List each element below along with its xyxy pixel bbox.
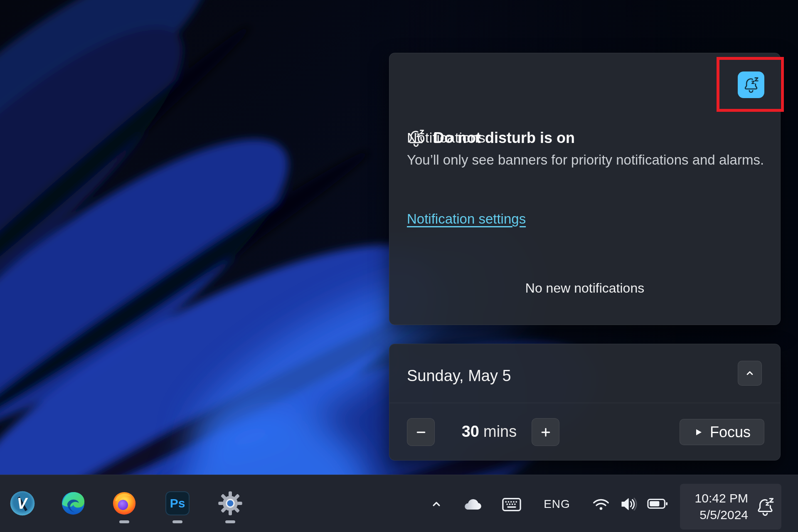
- gear-icon: [217, 490, 244, 517]
- tray-onedrive-button[interactable]: [462, 496, 485, 512]
- taskbar-app-edge[interactable]: [60, 490, 86, 517]
- running-indicator: [172, 520, 182, 523]
- desktop: Notifications Do not disturb is on You’l…: [0, 0, 798, 532]
- clock-date: 5/5/2024: [699, 508, 748, 522]
- no-new-notifications-text: No new notifications: [389, 281, 780, 296]
- chevron-up-icon: [744, 368, 755, 379]
- svg-text:V: V: [17, 495, 28, 512]
- tray-touch-keyboard-button[interactable]: [501, 497, 522, 512]
- play-icon: [693, 427, 703, 437]
- volume-icon: [619, 495, 638, 514]
- tray-volume-button[interactable]: [618, 494, 638, 514]
- focus-button-label: Focus: [710, 424, 751, 441]
- dnd-status-description: You’ll only see banners for priority not…: [407, 149, 774, 171]
- focus-duration-unit: mins: [483, 423, 517, 440]
- photoshop-icon: Ps: [165, 491, 190, 515]
- edge-icon: [60, 490, 86, 516]
- taskbar-app-photoshop[interactable]: Ps: [164, 490, 191, 517]
- taskbar-clock-button[interactable]: 10:42 PM 5/5/2024: [680, 484, 781, 530]
- focus-decrease-button[interactable]: [407, 418, 435, 446]
- tray-battery-button[interactable]: [647, 497, 668, 511]
- onedrive-cloud-icon: [462, 497, 485, 512]
- minus-icon: [415, 426, 427, 438]
- calendar-collapse-button[interactable]: [738, 361, 762, 386]
- taskbar-app-firefox[interactable]: [111, 490, 138, 517]
- plus-icon: [539, 426, 552, 438]
- tray-language-button[interactable]: ENG: [539, 495, 575, 513]
- language-label: ENG: [544, 498, 570, 511]
- battery-icon: [647, 498, 668, 510]
- firefox-icon: [111, 490, 137, 516]
- clock-text: 10:42 PM 5/5/2024: [695, 490, 748, 523]
- taskbar: V: [0, 475, 798, 532]
- running-indicator: [225, 520, 235, 523]
- tray-wifi-button[interactable]: [591, 494, 611, 514]
- focus-increase-button[interactable]: [532, 418, 559, 446]
- tray-show-hidden-icons-button[interactable]: [427, 495, 446, 513]
- chevron-up-icon: [430, 498, 443, 510]
- clock-time: 10:42 PM: [695, 491, 748, 505]
- notification-settings-link[interactable]: Notification settings: [407, 211, 526, 227]
- focus-start-button[interactable]: Focus: [680, 419, 764, 445]
- running-indicator: [119, 520, 129, 523]
- calendar-flyout-panel: Sunday, May 5 30mins Focus: [389, 344, 781, 461]
- taskbar-app-settings[interactable]: [217, 490, 244, 517]
- focus-duration-value: 30mins: [448, 423, 531, 441]
- v-app-icon: V: [9, 490, 36, 517]
- focus-duration-number: 30: [462, 423, 479, 440]
- dnd-status-row: Do not disturb is on: [407, 129, 575, 147]
- divider: [389, 403, 780, 403]
- dnd-status-heading: Do not disturb is on: [433, 129, 575, 147]
- bell-snooze-icon: [407, 129, 425, 147]
- notification-center-panel: Notifications Do not disturb is on You’l…: [389, 53, 781, 325]
- touch-keyboard-icon: [502, 498, 521, 512]
- bell-snooze-icon: [756, 497, 775, 516]
- bell-snooze-icon: [743, 76, 759, 93]
- wifi-icon: [591, 495, 611, 514]
- taskbar-app-v-media[interactable]: V: [9, 490, 36, 517]
- do-not-disturb-toggle-button[interactable]: [738, 71, 764, 98]
- calendar-date-label: Sunday, May 5: [407, 367, 511, 385]
